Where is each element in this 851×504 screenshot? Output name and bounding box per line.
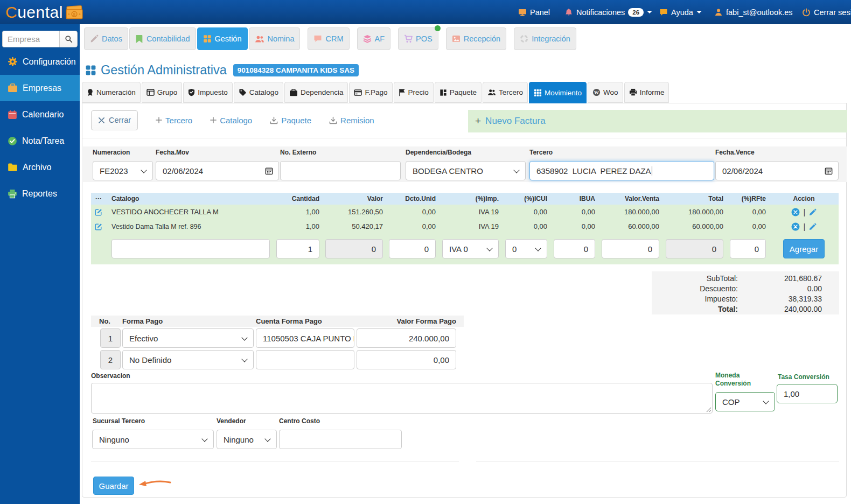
fecha-mov-input[interactable]: 02/06/2024	[156, 161, 279, 180]
edit-icon[interactable]	[95, 208, 102, 216]
cuenta-input[interactable]	[256, 350, 354, 369]
sucursal-select[interactable]: Ninguno	[92, 430, 214, 449]
subtab-numeracion[interactable]: Numeración	[82, 82, 141, 103]
subtab-paquete[interactable]: Paquete	[435, 82, 482, 103]
tab-integracion[interactable]: Integración	[514, 27, 576, 50]
tasa-input[interactable]: 1,00	[777, 384, 838, 403]
centro-costo-input[interactable]	[279, 430, 402, 449]
table-row: Vestido Dama Talla M ref. 896 1,00 50.42…	[91, 219, 839, 234]
new-ibua-input[interactable]: 0	[554, 239, 595, 258]
search-button[interactable]	[59, 31, 78, 47]
fecha-vence-input[interactable]: 02/06/2024	[715, 161, 839, 180]
nav-notifications[interactable]: Notificaciones 26	[564, 0, 652, 24]
dependencia-select[interactable]: BODEGA CENTRO	[406, 161, 526, 180]
cuenta-input[interactable]: 11050503 CAJA PUNTO D	[256, 328, 354, 348]
delete-icon[interactable]	[791, 222, 800, 231]
numeracion-select[interactable]: FE2023	[93, 161, 153, 180]
subtab-movimiento[interactable]: Movimiento	[529, 82, 587, 103]
impuesto-line: Impuesto: 38,319.33	[652, 293, 839, 304]
edit-icon[interactable]	[95, 223, 102, 230]
edit-pencil-icon[interactable]	[809, 223, 817, 230]
cell-rfte: 0,00	[727, 219, 769, 234]
new-icui-select[interactable]: 0	[505, 239, 547, 258]
sidebar-item-configuracion[interactable]: Configuración	[0, 48, 80, 75]
agregar-button[interactable]: Agregar	[783, 239, 825, 258]
subtab-grupo[interactable]: Grupo	[142, 82, 183, 103]
cell-dcto: 0,00	[386, 219, 439, 234]
tab-pos[interactable]: POS	[398, 27, 438, 50]
new-cantidad-input[interactable]: 1	[276, 239, 319, 258]
subtab-precio[interactable]: Precio	[394, 82, 434, 103]
field-numeracion: Numeracion FE2023	[93, 149, 153, 180]
nav-user[interactable]: fabi_st@outlook.es	[714, 0, 793, 24]
new-valor-input[interactable]: 0	[325, 239, 383, 258]
col-header-dots: ···	[91, 193, 106, 205]
tab-recepcion[interactable]: Recepción	[446, 27, 507, 50]
subtotal-value: 201,680.67	[738, 274, 839, 283]
search-input[interactable]	[2, 31, 59, 47]
tab-af[interactable]: AF	[357, 27, 391, 50]
nav-logout[interactable]: Cerrar sesión	[802, 0, 851, 24]
new-valor-venta-input[interactable]: 0	[602, 239, 659, 258]
valor-pago-input[interactable]: 0,00	[357, 350, 456, 369]
delete-icon[interactable]	[791, 208, 800, 216]
subtab-fpago[interactable]: F.Pago	[349, 82, 392, 103]
printer-icon	[8, 189, 17, 199]
subtab-tercero[interactable]: Tercero	[483, 82, 528, 103]
brand-logo[interactable]: Cuental	[5, 3, 83, 22]
new-total-input[interactable]: 0	[666, 239, 723, 258]
subtab-woo[interactable]: Woo	[588, 82, 623, 103]
new-rfte-input[interactable]: 0	[730, 239, 766, 258]
col-header-cuenta: Cuenta Forma Pago	[256, 317, 322, 325]
sidebar-item-nota-tarea[interactable]: Nota/Tarea	[0, 128, 80, 154]
tercero-add-button[interactable]: Tercero	[156, 116, 192, 125]
new-dcto-input[interactable]: 0	[389, 239, 436, 258]
sidebar-item-reportes[interactable]: Reportes	[0, 180, 80, 207]
tab-gestion[interactable]: Gestión	[197, 27, 248, 50]
col-header-total: Total	[662, 193, 727, 205]
subtab-catalogo[interactable]: Catalogo	[234, 82, 283, 103]
sidebar-item-label: Nota/Tarea	[22, 136, 64, 146]
tab-nomina[interactable]: Nomina	[249, 27, 301, 50]
tercero-input[interactable]: 6358902 LUCIA PEREZ DAZA	[529, 161, 714, 180]
tab-crm[interactable]: CRM	[308, 27, 349, 50]
items-table-header: ··· Catalogo Cantidad Valor Dcto.Unid (%…	[91, 193, 839, 205]
nav-help[interactable]: Ayuda	[659, 0, 702, 24]
forma-pago-select[interactable]: Efectivo	[122, 328, 254, 348]
guardar-button[interactable]: Guardar	[93, 477, 134, 495]
flag-icon	[399, 88, 406, 96]
nuevo-factura-button[interactable]: + Nuevo Factura	[468, 110, 847, 132]
moneda-select[interactable]: COP	[715, 392, 775, 411]
subtab-impuesto[interactable]: Impuesto	[183, 82, 233, 103]
tab-contabilidad[interactable]: Contabilidad	[129, 27, 196, 50]
tab-label: AF	[375, 34, 385, 43]
paquete-download-button[interactable]: Paquete	[270, 116, 311, 125]
nav-panel[interactable]: Panel	[518, 0, 550, 24]
resize-handle[interactable]	[706, 407, 712, 412]
sidebar-item-archivo[interactable]: Archivo	[0, 154, 80, 180]
tab-datos[interactable]: Datos	[84, 27, 128, 50]
sidebar-item-calendario[interactable]: Calendario	[0, 101, 80, 128]
new-imp-select[interactable]: IVA 0	[442, 239, 499, 258]
cerrar-button[interactable]: Cerrar	[91, 110, 138, 130]
observacion-textarea[interactable]	[91, 383, 713, 414]
tasa-value: 1,00	[784, 389, 799, 398]
subtab-informe[interactable]: Informe	[624, 82, 669, 103]
cell-catalogo: Vestido Dama Talla M ref. 896	[106, 219, 273, 234]
edit-pencil-icon[interactable]	[809, 208, 817, 216]
new-valor-venta-value: 0	[648, 244, 652, 254]
tab-label: Datos	[102, 34, 122, 43]
subtab-label: Tercero	[499, 88, 523, 96]
cell-valor: 50.420,17	[323, 219, 386, 234]
valor-pago-input[interactable]: 240.000,00	[357, 328, 456, 348]
remision-download-button[interactable]: Remision	[329, 116, 374, 125]
catalogo-add-button[interactable]: Catalogo	[210, 116, 252, 125]
vendedor-select[interactable]: Ninguno	[217, 430, 277, 449]
subtab-dependencia[interactable]: Dependencia	[284, 82, 348, 103]
image-icon	[452, 34, 461, 43]
forma-pago-select[interactable]: No Definido	[122, 350, 254, 369]
field-label: No. Externo	[280, 149, 401, 156]
sidebar-item-empresas[interactable]: Empresas	[0, 75, 80, 101]
no-externo-input[interactable]	[280, 161, 401, 180]
new-catalogo-input[interactable]	[111, 239, 270, 258]
